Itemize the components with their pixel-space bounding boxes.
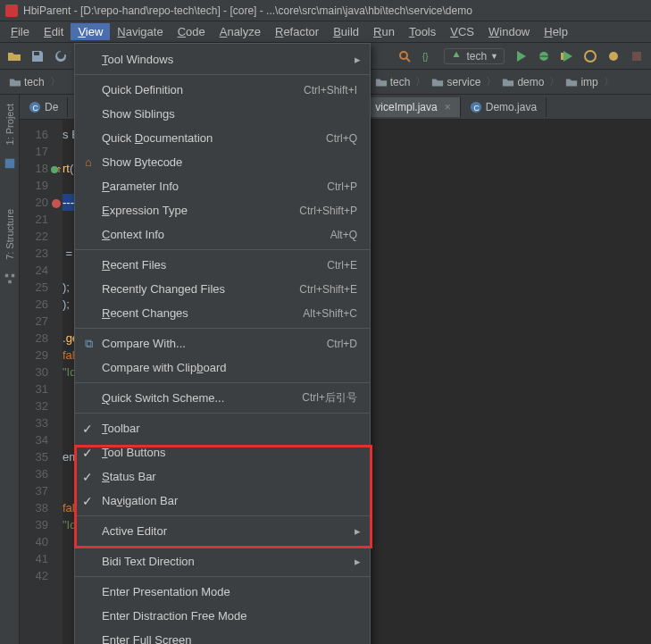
breadcrumb-item[interactable]: imp [562,74,601,90]
menu-item-label: Status Bar [102,470,156,483]
project-icon[interactable] [4,157,16,170]
menu-item-context-info[interactable]: Context InfoAlt+Q [75,222,370,247]
menu-item-toolbar[interactable]: ✓Toolbar [75,416,370,440]
line-number: 24 [20,262,63,279]
stop-icon[interactable] [630,49,644,63]
check-icon: ✓ [82,446,93,460]
save-all-icon[interactable] [30,49,45,63]
menu-window[interactable]: Window [481,23,537,40]
menu-item-label: Compare with Clipboard [102,361,226,374]
breadcrumb-separator: 〉 [484,74,498,89]
svg-point-18 [52,199,61,208]
line-number: 31 [20,381,63,397]
close-icon[interactable]: × [445,101,451,113]
line-number: 37 [20,482,63,499]
menu-separator [75,413,370,414]
menu-item-label: Parameter Info [102,180,179,193]
menu-item-expression-type[interactable]: Expression TypeCtrl+Shift+P [75,198,370,222]
menu-item-navigation-bar[interactable]: ✓Navigation Bar [75,489,370,513]
svg-text:{}: {} [422,52,429,62]
run-config-selector[interactable]: tech ▼ [444,48,505,64]
menu-item-tool-buttons[interactable]: ✓Tool Buttons [75,440,370,464]
editor-tab[interactable]: CDe [20,97,68,117]
menu-refactor[interactable]: Refactor [268,23,326,40]
open-icon[interactable] [7,49,21,63]
tool-window-structure[interactable]: 7: Structure [4,205,15,263]
line-number: 30 [20,364,63,381]
breadcrumb-item[interactable]: tech [371,74,414,90]
chevron-down-icon: ▼ [490,52,498,61]
menu-separator [75,74,370,75]
menu-item-enter-full-screen[interactable]: Enter Full Screen [75,628,370,644]
menu-item-enter-distraction-free-mode[interactable]: Enter Distraction Free Mode [75,604,370,628]
tool-window-project[interactable]: 1: Project [4,100,15,148]
attach-icon[interactable] [606,49,621,63]
menu-item-bidi-text-direction[interactable]: Bidi Text Direction▸ [75,549,370,573]
profile-icon[interactable] [583,49,597,63]
breadcrumb-item[interactable]: service [428,74,484,90]
menu-build[interactable]: Build [326,23,366,40]
menu-item-label: Toolbar [102,422,140,435]
breadcrumb-separator: 〉 [48,74,63,89]
menu-vcs[interactable]: VCS [443,23,481,40]
menu-item-compare-with[interactable]: ⧉Compare With...Ctrl+D [75,331,370,355]
menu-item-status-bar[interactable]: ✓Status Bar [75,464,370,489]
svg-rect-0 [34,52,39,55]
menu-separator [75,382,370,383]
breadcrumb-item[interactable]: tech [5,74,48,90]
menu-item-label: Active Editor [102,524,167,538]
menu-item-label: Context Info [102,228,164,241]
left-tool-rail: 1: Project 7: Structure [0,95,20,644]
coverage-icon[interactable] [560,49,574,63]
menu-item-compare-with-clipboard[interactable]: Compare with Clipboard [75,355,370,380]
submenu-arrow-icon: ▸ [355,524,361,538]
menu-analyze[interactable]: Analyze [213,23,268,40]
override-gutter-icon[interactable] [51,163,62,173]
menu-shortcut: Ctrl+P [327,180,357,193]
menu-separator [75,576,370,577]
sync-icon[interactable] [54,49,68,63]
menu-item-enter-presentation-mode[interactable]: Enter Presentation Mode [75,580,370,604]
menu-item-recent-changes[interactable]: Recent ChangesAlt+Shift+C [75,301,370,325]
menu-item-recent-files[interactable]: Recent FilesCtrl+E [75,253,370,277]
menu-view[interactable]: View [71,23,110,40]
breadcrumb-item[interactable]: demo [498,74,547,90]
menu-shortcut: Ctrl+D [327,338,357,350]
svg-rect-6 [561,53,563,60]
menu-help[interactable]: Help [537,23,575,40]
line-number: 33 [20,414,63,431]
structure-icon[interactable] [4,272,16,285]
line-number: 21 [20,211,63,228]
menu-item-quick-documentation[interactable]: Quick DocumentationCtrl+Q [75,126,370,150]
run-icon[interactable] [513,49,528,63]
menu-tools[interactable]: Tools [402,23,443,40]
breakpoint-gutter-icon[interactable] [51,197,62,207]
breadcrumb-separator: 〉 [413,74,428,89]
menu-item-quick-switch-scheme[interactable]: Quick Switch Scheme...Ctrl+后引号 [75,386,370,410]
menu-item-parameter-info[interactable]: Parameter InfoCtrl+P [75,174,370,198]
svg-point-8 [609,52,618,61]
line-number: 28 [20,330,63,347]
menu-item-label: Navigation Bar [102,494,178,507]
settings-icon[interactable]: {} [421,49,435,63]
line-number: 38 [20,499,63,516]
debug-icon[interactable] [537,49,551,63]
line-number: 35 [20,448,63,465]
menu-item-show-siblings[interactable]: Show Siblings [75,102,370,126]
menu-separator [75,515,370,516]
menu-bar: FileEditViewNavigateCodeAnalyzeRefactorB… [0,21,651,43]
menu-navigate[interactable]: Navigate [110,23,170,40]
menu-item-recently-changed-files[interactable]: Recently Changed FilesCtrl+Shift+E [75,277,370,301]
editor-tab[interactable]: CDemo.java [461,97,547,117]
search-icon[interactable] [397,49,412,63]
menu-item-quick-definition[interactable]: Quick DefinitionCtrl+Shift+I [75,78,370,102]
menu-item-show-bytecode[interactable]: ⌂Show Bytecode [75,150,370,174]
menu-edit[interactable]: Edit [37,23,71,40]
menu-code[interactable]: Code [171,23,213,40]
menu-item-tool-windows[interactable]: Tool Windows▸ [75,47,370,71]
menu-shortcut: Alt+Shift+C [303,307,357,320]
menu-run[interactable]: Run [366,23,402,40]
menu-item-active-editor[interactable]: Active Editor▸ [75,519,370,543]
svg-text:C: C [32,103,38,112]
menu-file[interactable]: File [4,23,37,40]
